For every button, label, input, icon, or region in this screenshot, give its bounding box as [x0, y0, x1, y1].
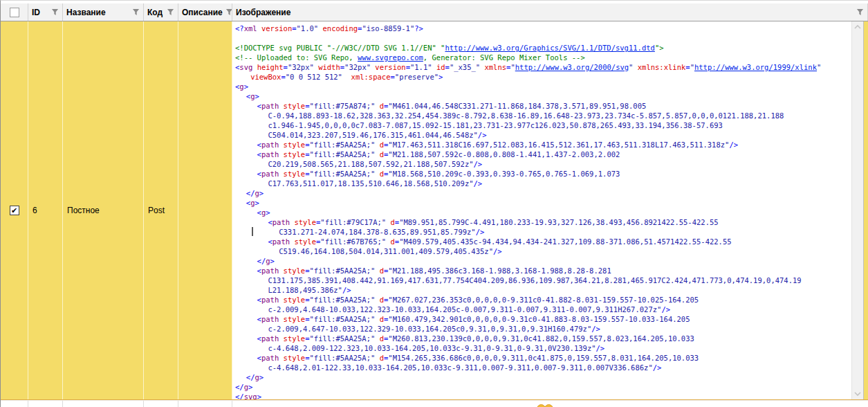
- code-token: [235, 170, 257, 178]
- code-token: "iso-8859-1": [362, 24, 414, 33]
- code-token: style: [284, 354, 306, 362]
- header-cell-select: [1, 3, 28, 21]
- table-row-next[interactable]: [1, 400, 868, 407]
- scrollbar-down-button[interactable]: [852, 388, 863, 399]
- code-token: />: [474, 179, 483, 188]
- code-token: "M21.188,507.592c-0.808,0.808-1.441,1.43…: [388, 150, 620, 159]
- cell-name: Постное: [63, 21, 144, 399]
- header-cell-id[interactable]: ID: [28, 3, 63, 21]
- filter-icon[interactable]: [51, 8, 59, 16]
- code-line: C519.46,164.108,504.014,311.001,409.579,…: [235, 246, 851, 256]
- code-token: >: [244, 82, 248, 91]
- scrollbar-up-button[interactable]: [852, 21, 863, 33]
- editor-scrollbar[interactable]: [851, 21, 863, 399]
- header-cell-image[interactable]: Изображение: [232, 3, 868, 21]
- code-token: "fill:#5AA25A;": [310, 334, 376, 343]
- code-token: />: [729, 141, 738, 149]
- code-token: c-2.009,4.647-10.033,122.329-10.033,164.…: [235, 325, 591, 333]
- header-cell-code[interactable]: Код: [144, 3, 178, 21]
- row-checkbox[interactable]: ✔: [10, 206, 19, 215]
- filter-icon[interactable]: [167, 8, 174, 16]
- code-token: </: [235, 383, 244, 391]
- code-token: [342, 73, 351, 81]
- code-line: <path style="fill:#79C17A;" d="M89.951,8…: [235, 217, 851, 227]
- code-token: style: [284, 315, 306, 323]
- filter-icon[interactable]: [856, 8, 864, 16]
- code-token: version: [375, 63, 405, 71]
- code-token: [235, 150, 257, 159]
- code-token: "M260.813,230.139c0,0,0,0,9.31,0c41.882,…: [388, 334, 694, 343]
- code-token: ">: [655, 44, 664, 52]
- filter-icon[interactable]: [132, 8, 140, 16]
- code-token: [235, 218, 268, 226]
- code-token: "0 0 512 512": [286, 73, 342, 81]
- filter-icon[interactable]: [225, 8, 232, 16]
- code-token: C-0.94,188.893-18.62,328.363,32.254,454.…: [235, 111, 784, 120]
- code-token: path: [273, 237, 290, 246]
- column-title-name: Название: [66, 8, 106, 17]
- code-token: [235, 73, 250, 81]
- column-title-image: Изображение: [236, 8, 290, 17]
- code-token: "fill:#67B765;": [320, 237, 386, 246]
- code-token: "M461.044,46.548C331.271-11.868,184.378,…: [388, 102, 646, 110]
- code-token: http://www.w3.org/2000/svg: [515, 63, 629, 71]
- code-line: c-2.009,4.648-10.033,122.323-10.033,164.…: [235, 305, 851, 314]
- code-token: "M409.579,405.435c-94.434,94.434-241.327…: [399, 237, 731, 246]
- next-cell-select: [1, 401, 28, 407]
- xml-code[interactable]: <?xml version="1.0" encoding="iso-8859-1…: [235, 24, 851, 399]
- code-line: </svg>: [235, 392, 851, 399]
- code-token: "M154.265,336.686c0,0,0,0,9.311,0c41.875…: [388, 354, 699, 362]
- code-token: c-4.648,2.01-122.33,10.033-164.205,10.03…: [235, 363, 653, 372]
- code-line: <svg height="32px" width="32px" version=…: [235, 62, 851, 72]
- code-line: C17.763,511.017,18.135,510.646,18.568,51…: [235, 179, 851, 188]
- code-token: "fill:#79C17A;": [320, 218, 386, 226]
- code-line: viewBox="0 0 512 512" xml:space="preserv…: [235, 72, 851, 82]
- next-cell-description: [178, 401, 232, 407]
- code-line: </g>: [235, 372, 851, 382]
- code-token: "M89.951,85.799C-4.491,180.233-19.93,327…: [399, 218, 718, 226]
- code-token: >: [255, 199, 259, 207]
- code-token: svg: [244, 392, 257, 399]
- code-token: [235, 208, 257, 217]
- checkmark-icon: ✔: [11, 207, 17, 215]
- code-token: />: [493, 247, 502, 255]
- code-token: path: [261, 170, 279, 178]
- select-all-checkbox[interactable]: [10, 8, 19, 17]
- code-token: path: [261, 102, 279, 110]
- cell-image-editor: <?xml version="1.0" encoding="iso-8859-1…: [232, 21, 868, 399]
- code-token: path: [261, 296, 279, 304]
- code-token: [235, 296, 257, 304]
- code-token: www.svgrepo.com: [358, 53, 423, 62]
- code-token: "fill:#5AA25A;": [310, 296, 376, 304]
- header-cell-name[interactable]: Название: [63, 3, 144, 21]
- code-token: http://www.w3.org/1999/xlink: [694, 63, 817, 71]
- code-line: C331.271-24.074,184.378-8.635,89.951,85.…: [235, 227, 851, 237]
- code-token: style: [284, 141, 306, 149]
- code-token: path: [261, 141, 279, 149]
- code-token: C331.271-24.074,184.378-8.635,89.951,85.…: [235, 228, 476, 236]
- code-line: <path style="fill:#5AA25A;" d="M17.463,5…: [235, 140, 851, 150]
- column-title-id: ID: [32, 8, 40, 17]
- table-row-selected[interactable]: ✔ 6 Постное Post <?xml version="1.0" enc…: [1, 21, 868, 400]
- code-line: L21.188,495.386z"/>: [235, 285, 851, 295]
- code-token: style: [284, 266, 306, 275]
- code-line: <path style="fill:#67B765;" d="M409.579,…: [235, 237, 851, 246]
- code-token: style: [294, 237, 316, 246]
- code-token: "preserve": [395, 73, 438, 81]
- code-token: encoding: [322, 24, 358, 33]
- code-line: </g>: [235, 382, 851, 392]
- code-line: [235, 33, 851, 43]
- cell-id: 6: [28, 21, 63, 399]
- cell-select: ✔: [1, 21, 28, 399]
- code-token: <!DOCTYPE svg PUBLIC "-//W3C//DTD SVG 1.…: [235, 44, 445, 52]
- code-token: </: [246, 189, 255, 197]
- code-token: />: [476, 228, 485, 236]
- code-token: >: [259, 189, 264, 197]
- code-line: <path style="fill:#5AA25A;" d="M21.188,4…: [235, 266, 851, 275]
- code-token: "fill:#75A874;": [310, 102, 376, 110]
- xml-memo-editor[interactable]: <?xml version="1.0" encoding="iso-8859-1…: [232, 21, 864, 399]
- code-token: "M17.463,511.318C16.697,512.083,16.415,5…: [388, 141, 729, 149]
- header-cell-description[interactable]: Описание: [178, 3, 232, 21]
- code-token: </: [235, 392, 244, 399]
- code-token: >: [270, 257, 275, 265]
